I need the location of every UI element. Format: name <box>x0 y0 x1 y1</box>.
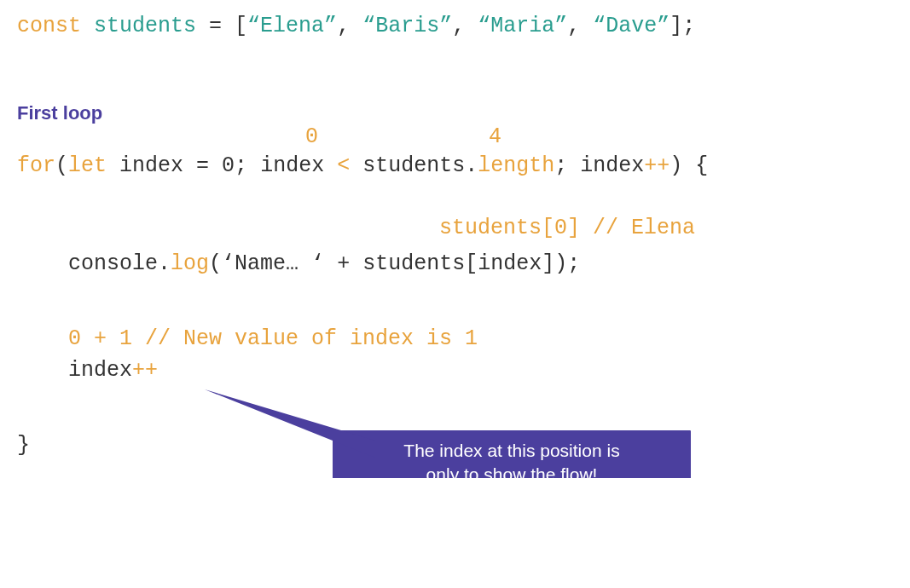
string-elena: “Elena” <box>247 14 337 38</box>
callout-text-line2: only to show the flow! <box>348 463 675 478</box>
identifier-index: index <box>119 153 183 178</box>
annotation-row-above-for: 0 4 <box>17 124 893 150</box>
string-maria: “Maria” <box>478 14 567 38</box>
property-length: length <box>478 153 554 178</box>
string-baris: “Baris” <box>362 14 452 38</box>
string-dave: “Dave” <box>593 14 669 38</box>
identifier-students: students <box>94 14 196 38</box>
keyword-const: const <box>17 14 81 38</box>
code-line-students-array: const students = [“Elena”, “Baris”, “Mar… <box>17 10 893 43</box>
code-line-close-brace: } <box>17 429 893 462</box>
annotation-four: 4 <box>489 124 501 149</box>
code-line-console-log: console.log(‘Name… ‘ + students[index]); <box>17 248 893 280</box>
for-loop-body: students[0] // Elena console.log(‘Name… … <box>17 216 893 387</box>
code-line-for: for(let index = 0; index < students.leng… <box>17 150 893 182</box>
keyword-let: let <box>68 153 107 178</box>
comment-new-value: 0 + 1 // New value of index is 1 <box>17 323 893 355</box>
section-heading-first-loop: First loop <box>17 102 893 124</box>
code-line-index-plusplus: index++ <box>17 355 893 387</box>
method-log: log <box>171 251 209 276</box>
operator-less-than: < <box>337 153 350 178</box>
operator-plusplus-body: ++ <box>132 358 158 383</box>
keyword-for: for <box>17 153 55 178</box>
operator-plusplus: ++ <box>644 153 669 178</box>
string-name: ‘Name… ‘ <box>222 251 324 276</box>
annotation-students-zero-elena: students[0] // Elena <box>439 216 695 240</box>
annotation-zero: 0 <box>305 124 318 149</box>
